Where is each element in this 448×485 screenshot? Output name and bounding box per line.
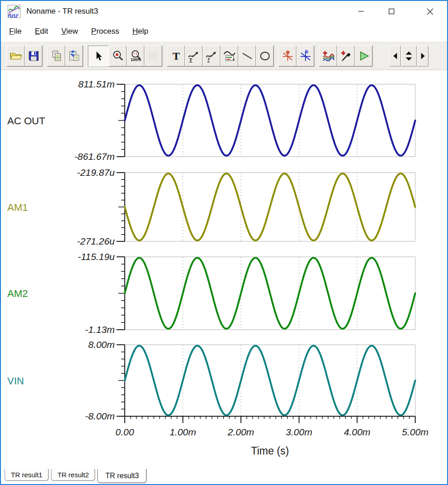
app-icon	[7, 5, 21, 18]
text-tool-icon: T	[170, 50, 183, 62]
panel-am2: -115.19u-1.13mAM2	[7, 251, 415, 335]
window-title: Noname - TR result3	[26, 7, 98, 16]
svg-text:100%: 100%	[131, 57, 141, 62]
svg-text:x: x	[233, 57, 235, 61]
menu-bar: FileEditViewProcessHelp	[1, 22, 447, 41]
menu-item-help[interactable]: Help	[132, 27, 148, 36]
maximize-button[interactable]	[380, 1, 403, 22]
svg-text:?: ?	[207, 56, 210, 62]
zoom-button[interactable]	[109, 46, 127, 66]
save-button[interactable]	[25, 46, 42, 66]
menu-item-file[interactable]: File	[9, 27, 21, 36]
open-file-button[interactable]	[7, 46, 25, 66]
panel-vin: 8.00m-8.00mVIN	[7, 339, 415, 421]
trace-am1	[125, 174, 415, 240]
signal-label-am1: AM1	[7, 202, 28, 213]
minimize-button[interactable]	[350, 1, 372, 22]
zoom-100-button[interactable]: 100%	[127, 46, 144, 66]
signal-label-vin: VIN	[7, 375, 24, 387]
panel-ac-out: 811.51m-861.67mAC OUT	[7, 79, 415, 162]
maximize-icon	[388, 8, 395, 15]
svg-text:b: b	[305, 50, 308, 54]
signal-label-am2: AM2	[7, 288, 28, 299]
save-icon	[27, 50, 40, 62]
y-min-label: -8.00m	[85, 411, 115, 421]
cursor-a-icon: a	[281, 50, 294, 62]
curve-label-button[interactable]: T	[185, 46, 203, 66]
page-left-icon	[391, 51, 399, 61]
x-tick-label: 4.00m	[344, 427, 370, 437]
toolbar-group	[7, 46, 43, 67]
x-axis-title: Time (s)	[251, 445, 289, 457]
curve-query-icon: ?	[205, 50, 218, 62]
cursor-b-button[interactable]: b	[296, 46, 314, 66]
add-curves-button[interactable]	[319, 46, 337, 66]
svg-text:T: T	[189, 57, 193, 62]
toolbar-group: ab	[279, 46, 315, 67]
run-button[interactable]	[355, 46, 372, 66]
close-icon	[427, 8, 433, 15]
text-tool-button[interactable]: T	[167, 46, 185, 66]
curve-label-icon: T	[188, 50, 200, 62]
y-min-label: -271.26u	[77, 236, 115, 246]
toolbar-group	[47, 46, 83, 67]
waveform-chart: 811.51m-861.67mAC OUT-219.87u-271.26uAM1…	[1, 70, 448, 470]
tab-tr-result1[interactable]: TR result1	[5, 469, 49, 481]
tab-tr-result2[interactable]: TR result2	[51, 469, 95, 481]
menu-item-view[interactable]: View	[61, 27, 78, 36]
y-max-label: 811.51m	[78, 79, 115, 89]
line-tool-button[interactable]	[238, 46, 256, 66]
copy-icon	[50, 50, 63, 62]
page-spinner-button[interactable]	[401, 46, 417, 66]
color-picker-button[interactable]	[337, 46, 355, 66]
page-right-button[interactable]	[417, 46, 428, 66]
page-left-button[interactable]	[389, 46, 401, 66]
add-curves-icon	[322, 50, 335, 62]
menu-item-process[interactable]: Process	[91, 27, 119, 36]
close-button[interactable]	[418, 1, 441, 22]
toolbar: 100%TT?xab	[1, 42, 447, 70]
open-file-icon	[9, 50, 23, 62]
cursor-b-icon: b	[299, 50, 312, 62]
trace-vin	[125, 346, 415, 415]
paste-button[interactable]	[65, 46, 83, 66]
x-tick-label: 3.00m	[286, 427, 312, 437]
signal-label-ac-out: AC OUT	[7, 115, 45, 127]
tab-tr-result3[interactable]: TR result3	[97, 469, 147, 483]
page-spinner-icon	[403, 50, 414, 62]
toolbar-group: 100%	[88, 46, 163, 67]
page-right-icon	[419, 51, 427, 61]
cursor-a-button[interactable]: a	[279, 46, 296, 66]
y-max-label: -115.19u	[78, 251, 115, 262]
run-icon	[357, 50, 370, 62]
toolbar-group: TT?x	[167, 46, 274, 67]
panel-am1: -219.87u-271.26uAM1	[7, 167, 415, 246]
menu-item-edit[interactable]: Edit	[35, 27, 48, 36]
x-tick-label: 5.00m	[402, 427, 428, 437]
zoom-100-icon: 100%	[129, 50, 142, 62]
grid-icon	[147, 50, 160, 62]
y-min-label: -861.67m	[74, 151, 115, 162]
zoom-icon	[112, 50, 124, 62]
plot-area: 811.51m-861.67mAC OUT-219.87u-271.26uAM1…	[1, 70, 448, 470]
app-window: Noname - TR result3 FileEditViewProcessH…	[0, 0, 448, 485]
x-tick-label: 0.00	[116, 427, 134, 437]
curve-query-button[interactable]: ?	[203, 46, 220, 66]
y-max-label: 8.00m	[88, 339, 115, 350]
ellipse-tool-button[interactable]	[256, 46, 274, 66]
pointer-select-button[interactable]	[88, 46, 109, 66]
copy-button[interactable]	[47, 46, 65, 66]
y-max-label: -219.87u	[77, 167, 115, 178]
paste-icon	[68, 50, 81, 62]
toolbar-group	[319, 46, 373, 67]
title-bar: Noname - TR result3	[1, 1, 447, 22]
legend-button[interactable]: x	[220, 46, 238, 66]
pointer-select-icon	[92, 50, 105, 62]
trace-am2	[125, 258, 415, 329]
color-picker-icon	[340, 50, 352, 62]
trace-ac-out	[125, 85, 415, 156]
x-tick-label: 1.00m	[169, 427, 196, 437]
grid-button[interactable]	[144, 46, 162, 66]
legend-icon: x	[223, 50, 236, 62]
x-axis: 0.001.00m2.00m3.00m4.00m5.00mTime (s)	[116, 416, 429, 457]
